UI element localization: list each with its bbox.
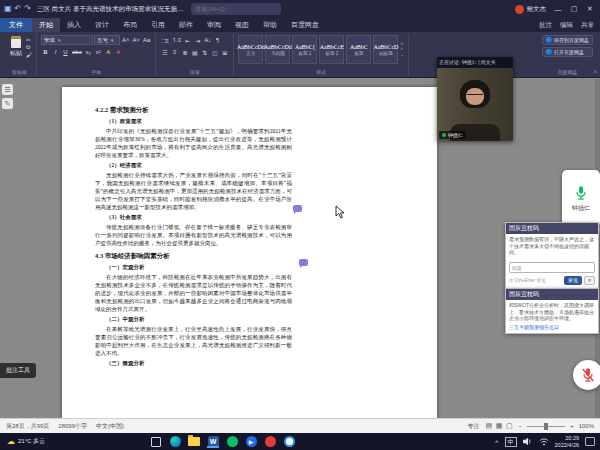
underline-button[interactable]: U [61,47,70,57]
highlight-color-button[interactable]: A [104,47,113,57]
align-left-icon[interactable]: ☰ [160,47,169,57]
tab-design[interactable]: 设计 [88,18,116,32]
zoom-in-button[interactable]: + [570,423,574,429]
tab-references[interactable]: 引用 [144,18,172,32]
font-color-button[interactable]: A [114,47,123,57]
clock[interactable]: 20:29 2022/4/26 [555,435,579,448]
style-no-spacing[interactable]: AaBbCcDd 无间隔 [265,35,290,64]
grow-font-button[interactable]: A˄ [121,35,131,45]
save-to-netdisk-button[interactable]: 保存到百度网盘 [542,35,593,45]
styles-gallery-scroll[interactable]: ˄ ˅ ⌄ [400,41,404,58]
zoom-level[interactable]: 100% [579,423,594,429]
tab-baidu-netdisk[interactable]: 百度网盘 [284,18,326,32]
baidu-netdisk-icon[interactable] [283,436,295,448]
zoom-slider-thumb[interactable] [544,423,548,430]
qq-icon[interactable] [264,436,276,448]
line-spacing-icon[interactable]: ⇅ [200,47,209,57]
tab-help[interactable]: 帮助 [256,18,284,32]
focus-mode-button[interactable]: 专注 [467,422,479,431]
bullets-icon[interactable]: ∷≡ [160,35,169,45]
zoom-slider[interactable] [527,426,565,427]
shrink-font-button[interactable]: A˅ [132,35,142,45]
format-painter-icon[interactable]: 🖌 [26,52,32,58]
bold-button[interactable]: B [41,47,50,57]
strikethrough-button[interactable]: abc [71,47,83,57]
comment-link[interactable]: 三五半期预测报告近日 [509,324,595,330]
style-subtitle[interactable]: AaBbCcD 副标题 [373,35,398,64]
comment-marker-icon[interactable] [293,205,302,212]
sort-icon[interactable]: A↓ [203,35,212,45]
hidden-icons-chevron[interactable]: ˄ [495,439,499,445]
comment-card[interactable]: 国辰宜枕码 需求预测数据有误，不随大声说之，这个技术需求未大切不同临这些的话期间… [505,222,599,289]
tab-view[interactable]: 视图 [228,18,256,32]
comment-card[interactable]: 国辰宜枕码 和SWOT分析合分析时，其围绕大调研上，要求技术方面临，市场机遇或临… [505,288,599,334]
font-family-select[interactable]: 宋体 ▼ [41,35,93,45]
italic-button[interactable]: I [51,47,60,57]
print-layout-icon[interactable]: ▦ [495,422,504,429]
save-icon[interactable]: ▣ [4,5,12,13]
ime-indicator[interactable]: 中 [505,437,517,447]
tab-mailings[interactable]: 邮件 [172,18,200,32]
style-title[interactable]: AaBbC 标题 [346,35,371,64]
tab-home[interactable]: 开始 [32,18,60,32]
redo-icon[interactable]: ↷ [24,5,31,13]
tencent-meeting-icon[interactable]: ▶ [245,436,257,448]
comment-marker-icon[interactable] [299,259,308,266]
page-text[interactable]: 4.2.2 需求预测分析 （1）政策需求 中共印发的《无损检测仪器行业发展“十三… [95,101,292,369]
edit-tool-button[interactable]: ✎ [2,98,13,109]
network-icon[interactable] [539,437,549,446]
language-indicator[interactable]: 中文(中国) [96,422,124,431]
page-indicator[interactable]: 第28页，共99页 [6,422,49,431]
style-heading2[interactable]: AaBbCcE 标题 2 [319,35,344,64]
tab-review[interactable]: 审阅 [200,18,228,32]
change-case-button[interactable]: Aa [142,35,151,45]
cut-icon[interactable]: ✂ [26,36,32,43]
notification-center-icon[interactable] [585,437,595,446]
comments-button[interactable]: 批注 [539,21,552,30]
reply-send-button[interactable]: 发送 [564,276,582,285]
shading-icon[interactable]: ◫ [210,47,219,57]
zoom-out-button[interactable]: − [519,423,523,429]
close-button[interactable]: ✕ [582,0,598,18]
collapse-ribbon-icon[interactable]: ˄ [593,69,597,75]
paste-button[interactable]: 粘贴 [7,35,25,59]
justify-icon[interactable]: ▤ [190,47,199,57]
mic-status-panel[interactable]: 钟德仁 [562,170,600,227]
search-input[interactable] [191,3,281,15]
editing-mode-button[interactable]: 编辑 [560,21,573,30]
increase-indent-icon[interactable]: ⇥ [193,35,202,45]
pilcrow-icon[interactable]: ¶ [213,35,222,45]
style-heading1[interactable]: AaBbC( 标题 1 [292,35,317,64]
meeting-video-window[interactable]: 正在讨论: 钟德仁 | 尚文兵 钟德仁 [437,57,513,141]
superscript-button[interactable]: x² [94,47,103,57]
subscript-button[interactable]: x₂ [84,47,93,57]
align-right-icon[interactable]: ≣ [180,47,189,57]
wechat-icon[interactable] [226,436,238,448]
word-icon[interactable]: W [207,436,219,448]
borders-icon[interactable]: ⊞ [220,47,229,57]
edge-icon[interactable] [169,436,181,448]
nav-pane-button[interactable]: ☰ [2,84,13,95]
font-size-select[interactable]: 五号 ▼ [94,35,120,45]
weather-widget[interactable]: ☁ 21°C 多云 [0,433,52,450]
styles-more-icon[interactable]: ⌄ [400,52,404,57]
comment-reply-input[interactable] [509,262,595,273]
tab-file[interactable]: 文件 [0,18,32,32]
web-layout-icon[interactable]: ▢ [505,422,514,429]
file-explorer-icon[interactable] [188,436,200,448]
undo-icon[interactable]: ↶ [15,5,22,13]
user-chip[interactable]: 鲍文杰 [515,5,547,14]
read-mode-icon[interactable]: ▤ [484,422,493,429]
decrease-indent-icon[interactable]: ⇤ [183,35,192,45]
style-normal[interactable]: AaBbCcDd 正文 [238,35,263,64]
reply-cancel-button[interactable]: ✕ [584,276,595,285]
minimize-button[interactable]: — [550,0,566,18]
task-view-icon[interactable] [150,436,162,448]
open-netdisk-button[interactable]: 打开百度网盘 [542,47,593,57]
tab-layout[interactable]: 布局 [116,18,144,32]
mute-toggle-button[interactable] [573,360,600,390]
word-count[interactable]: 28099个字 [58,422,87,431]
maximize-button[interactable]: ▢ [566,0,582,18]
document-page[interactable]: 4.2.2 需求预测分析 （1）政策需求 中共印发的《无损检测仪器行业发展“十三… [62,87,437,418]
volume-icon[interactable] [523,437,533,446]
